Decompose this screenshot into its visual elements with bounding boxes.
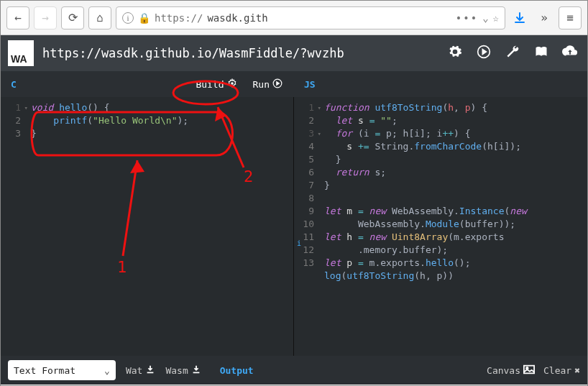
arrow-left-icon: ← [14,11,22,24]
arrow-right-icon: → [42,11,49,24]
close-icon: ✖ [574,365,580,376]
page-actions-icon[interactable]: ••• [456,12,478,24]
js-editor[interactable]: 1 2 3 4 5 6 7 8 9 10 11 12 13 i function… [294,97,587,356]
download-icon [145,364,155,377]
browser-toolbar: ← → ⟳ ⌂ i 🔒 https://wasdk.gith ••• ⌄ ☆ »… [1,1,587,35]
play-circle-icon [272,78,282,91]
image-icon [523,364,535,377]
tab-c[interactable]: C [1,79,27,90]
url-bar[interactable]: i 🔒 https://wasdk.gith ••• ⌄ ☆ [116,6,505,29]
build-button[interactable]: Build [190,77,242,92]
c-tab-section: C Build Run [1,71,294,97]
download-icon [191,364,201,377]
gear-icon [448,45,462,62]
url-host: wasdk.gith [207,12,267,24]
tools-button[interactable] [502,43,523,63]
clear-button[interactable]: Clear ✖ [543,364,580,377]
canvas-button[interactable]: Canvas [487,364,535,377]
url-prefix: https:// [155,12,203,24]
gear-icon [227,78,237,91]
c-editor[interactable]: 1 2 3 void hello() { printf("Hello World… [1,97,294,356]
format-dropdown-label: Text Format [14,365,75,376]
docs-button[interactable] [531,43,551,63]
cloud-upload-icon [562,45,578,62]
home-button[interactable]: ⌂ [88,6,111,29]
book-icon [534,45,548,62]
bottom-bar: Text Format ⌄ Wat Wasm Output Canvas Cle… [1,356,587,385]
reload-button[interactable]: ⟳ [61,6,84,29]
lint-info-icon[interactable]: i [297,239,301,247]
app-header: WA https://wasdk.github.io/WasmFiddle/?w… [1,35,587,71]
hamburger-menu-button[interactable]: ≡ [559,6,582,29]
play-button[interactable] [474,43,494,63]
tab-js[interactable]: JS [294,79,326,90]
editor-area: 1 2 3 void hello() { printf("Hello World… [1,97,587,356]
overflow-chevron-icon[interactable]: » [534,8,554,28]
run-button[interactable]: Run [247,77,288,92]
js-code[interactable]: function utf8ToString(h, p) { let s = ""… [324,101,583,282]
format-dropdown[interactable]: Text Format ⌄ [8,360,116,380]
svg-point-1 [231,82,234,85]
page-title: https://wasdk.github.io/WasmFiddle/?wvzh… [42,46,436,60]
back-button[interactable]: ← [6,6,29,29]
tab-output[interactable]: Output [220,365,254,376]
run-label: Run [253,79,270,90]
c-gutter: 1 2 3 [1,97,25,140]
build-label: Build [196,79,224,90]
reload-icon: ⟳ [68,11,78,24]
play-circle-icon [477,45,491,62]
upload-button[interactable] [560,43,580,63]
home-icon: ⌂ [96,11,104,24]
bookmark-star-icon[interactable]: ☆ [493,12,499,24]
svg-rect-3 [524,365,534,373]
c-code[interactable]: void hello() { printf("Hello World\n"); … [31,101,289,140]
pocket-icon[interactable]: ⌄ [482,12,488,24]
chevron-down-icon: ⌄ [104,365,110,376]
site-info-icon[interactable]: i [122,12,134,24]
download-wat-button[interactable]: Wat [126,364,155,377]
forward-button[interactable]: → [34,6,57,29]
lock-icon: 🔒 [138,12,150,24]
download-wasm-button[interactable]: Wasm [165,364,201,377]
tab-row: C Build Run JS [1,71,587,97]
app-logo: WA [8,40,34,66]
hamburger-icon: ≡ [566,11,574,24]
js-gutter: 1 2 3 4 5 6 7 8 9 10 11 12 13 i [294,97,318,270]
downloads-icon[interactable] [510,8,530,28]
wrench-icon [505,45,520,62]
settings-button[interactable] [445,43,465,63]
js-tab-section: JS [294,71,587,97]
